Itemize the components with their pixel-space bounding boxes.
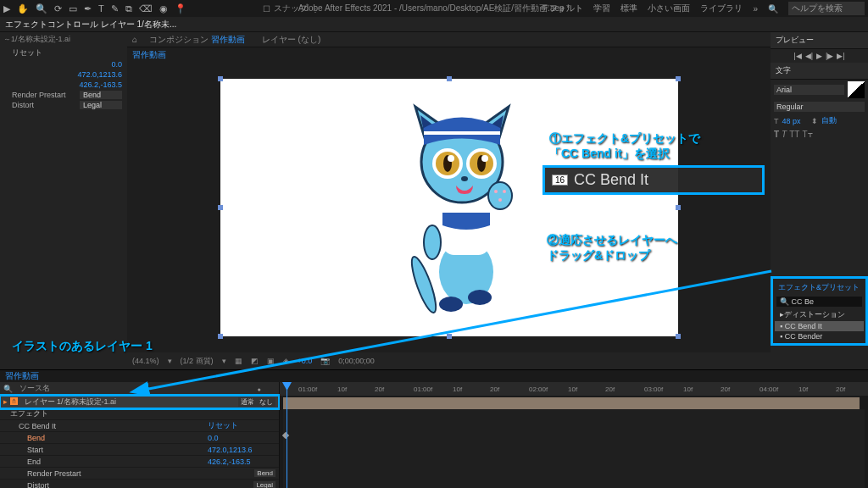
prop-distort-select[interactable]: Legal	[80, 101, 122, 109]
resolution-value[interactable]: (1/2 画質)	[181, 356, 214, 367]
brush-tool-icon[interactable]: ✎	[111, 3, 119, 14]
prop-render-row[interactable]: Render PrestartBend	[0, 468, 279, 480]
font-size[interactable]: 48 px	[782, 117, 801, 125]
workspace-more-icon[interactable]: »	[753, 4, 758, 14]
prop-render-select[interactable]: Bend	[80, 91, 122, 99]
rotobrush-tool-icon[interactable]: ◉	[159, 3, 168, 14]
zoom-dropdown-icon[interactable]: ▾	[168, 357, 172, 365]
search-icon[interactable]: 🔍	[768, 4, 778, 14]
handle-mr-icon[interactable]	[676, 205, 681, 210]
layer1-mode[interactable]: 通常	[238, 397, 257, 407]
font-select[interactable]: Arial	[774, 85, 844, 95]
eraser-tool-icon[interactable]: ⌫	[139, 3, 153, 14]
prop-bend-value[interactable]: 0.0	[111, 60, 122, 69]
grid-icon[interactable]: ▦	[235, 357, 242, 365]
weight-select[interactable]: Regular	[774, 102, 865, 112]
bold-icon[interactable]: T	[774, 130, 779, 139]
workspace-standard[interactable]: 標準	[620, 3, 637, 14]
timeline-ruler[interactable]: 01:00f 10f 20f 01:00f 10f 20f 02:00f 10f…	[280, 382, 868, 396]
effect-cc-bend-it[interactable]: ▪ CC Bend It	[775, 321, 864, 331]
play-icon[interactable]: ▶	[816, 52, 822, 60]
handle-ml-icon[interactable]	[218, 205, 223, 210]
handle-tl-icon[interactable]	[218, 76, 223, 81]
layer-tab[interactable]: レイヤー (なし)	[257, 32, 326, 47]
effect-cc-bender[interactable]: ▪ CC Bender	[775, 331, 864, 341]
keyframe-icon[interactable]	[282, 432, 289, 439]
pen-tool-icon[interactable]: ✒	[84, 3, 92, 14]
effects-header[interactable]: エフェクト&プリセット	[775, 280, 864, 295]
canvas[interactable]	[220, 79, 678, 336]
svg-point-1	[439, 297, 463, 312]
character-panel-header[interactable]: 文字	[771, 63, 868, 80]
snap-toggle[interactable]: ☐ スナップ ⋮	[263, 3, 320, 14]
timecode[interactable]: 0;00;00;00	[338, 357, 375, 365]
prop-start-value[interactable]: 472.0,1213.6	[77, 70, 122, 79]
timeline-layer-list: 🔍 ソース名 ⬥ ▸ 🅰 レイヤー 1/名称未設定-1.ai 通常 なし エフェ…	[0, 382, 280, 488]
hand-tool-icon[interactable]: ✋	[17, 3, 29, 14]
allcaps-icon[interactable]: TT	[789, 130, 799, 139]
rotate-tool-icon[interactable]: ⟳	[54, 3, 62, 14]
camera-icon[interactable]: 📷	[320, 357, 330, 365]
playhead[interactable]	[287, 382, 287, 488]
layer-1-row[interactable]: ▸ 🅰 レイヤー 1/名称未設定-1.ai 通常 なし	[0, 396, 279, 408]
composition-viewer[interactable]	[127, 63, 771, 352]
viewer-footer: (44.1%) ▾ (1/2 画質) ▾ ▦ ◩ ▣ ◈ +0.0 📷 0;00…	[127, 352, 771, 369]
prop-end-value[interactable]: 426.2,-163.5	[79, 80, 122, 89]
layer1-bar[interactable]	[283, 397, 860, 409]
snap-label: スナップ	[274, 3, 308, 14]
first-frame-icon[interactable]: |◀	[793, 52, 801, 60]
comp-breadcrumb[interactable]: 習作動画	[127, 47, 771, 63]
workspace-library[interactable]: ライブラリ	[700, 3, 743, 14]
comp-tab[interactable]: コンポジション 習作動画	[144, 32, 250, 47]
home-icon[interactable]: ⌂	[132, 35, 137, 44]
annotation-effect-box: 16 CC Bend It	[542, 165, 765, 195]
svg-rect-5	[424, 131, 500, 135]
svg-point-14	[461, 176, 468, 181]
zoom-value[interactable]: (44.1%)	[132, 357, 159, 365]
region-icon[interactable]: ▣	[267, 357, 275, 365]
prev-frame-icon[interactable]: ◀|	[805, 52, 813, 60]
snap-options-icon[interactable]: ⋮	[311, 4, 320, 14]
effect-controls-tab[interactable]: エフェクトコントロール レイヤー 1/名称未...	[5, 19, 176, 30]
italic-icon[interactable]: T	[782, 130, 787, 139]
prop-distort-row[interactable]: DistortLegal	[0, 480, 279, 488]
prop-bend-row[interactable]: Bend0.0	[0, 432, 279, 444]
selection-tool-icon[interactable]: ▶	[3, 3, 10, 14]
workspace-learn[interactable]: 学習	[593, 3, 610, 14]
text-tool-icon[interactable]: T	[98, 3, 104, 14]
timeline-comp-tab[interactable]: 習作動画	[5, 370, 39, 382]
last-frame-icon[interactable]: ▶|	[837, 52, 844, 60]
help-search[interactable]: ヘルプを検索	[788, 2, 865, 15]
rect-tool-icon[interactable]: ▭	[69, 3, 77, 14]
prop-start-row[interactable]: Start472.0,1213.6	[0, 444, 279, 456]
handle-bc-icon[interactable]	[447, 334, 452, 339]
category-distortion[interactable]: ▸ディストーション	[775, 308, 864, 321]
pin-tool-icon[interactable]: 📍	[175, 3, 186, 14]
handle-tr-icon[interactable]	[676, 76, 681, 81]
workspace-small[interactable]: 小さい画面	[648, 3, 690, 14]
effect-ccbendit-row[interactable]: CC Bend Itリセット	[0, 420, 279, 432]
res-dropdown-icon[interactable]: ▾	[222, 357, 226, 365]
zoom-tool-icon[interactable]: 🔍	[36, 3, 47, 14]
workspace-default[interactable]: デフォルト	[541, 3, 583, 14]
effects-group[interactable]: エフェクト	[0, 408, 279, 420]
prop-reset[interactable]: リセット	[12, 47, 42, 58]
search-tl-icon[interactable]: 🔍	[3, 385, 13, 393]
text-color-swatch[interactable]	[848, 81, 865, 98]
layer1-trkmat[interactable]: なし	[257, 397, 275, 407]
smallcaps-icon[interactable]: Tᴛ	[802, 130, 812, 139]
mask-icon[interactable]: ◩	[251, 357, 259, 365]
prop-end-row[interactable]: End426.2,-163.5	[0, 456, 279, 468]
snap-checkbox-icon[interactable]: ☐	[263, 4, 270, 14]
handle-bl-icon[interactable]	[218, 334, 223, 339]
handle-br-icon[interactable]	[676, 334, 681, 339]
preview-panel-header[interactable]: プレビュー	[771, 32, 868, 49]
handle-tc-icon[interactable]	[447, 76, 452, 81]
exposure-value[interactable]: +0.0	[298, 357, 313, 365]
stamp-tool-icon[interactable]: ⧉	[125, 3, 132, 14]
next-frame-icon[interactable]: |▶	[826, 52, 833, 60]
channel-icon[interactable]: ◈	[283, 357, 289, 365]
leading-value[interactable]: 自動	[821, 115, 837, 126]
effects-search[interactable]: 🔍 CC Be	[776, 297, 862, 307]
timeline-track-area[interactable]: 01:00f 10f 20f 01:00f 10f 20f 02:00f 10f…	[280, 382, 868, 488]
